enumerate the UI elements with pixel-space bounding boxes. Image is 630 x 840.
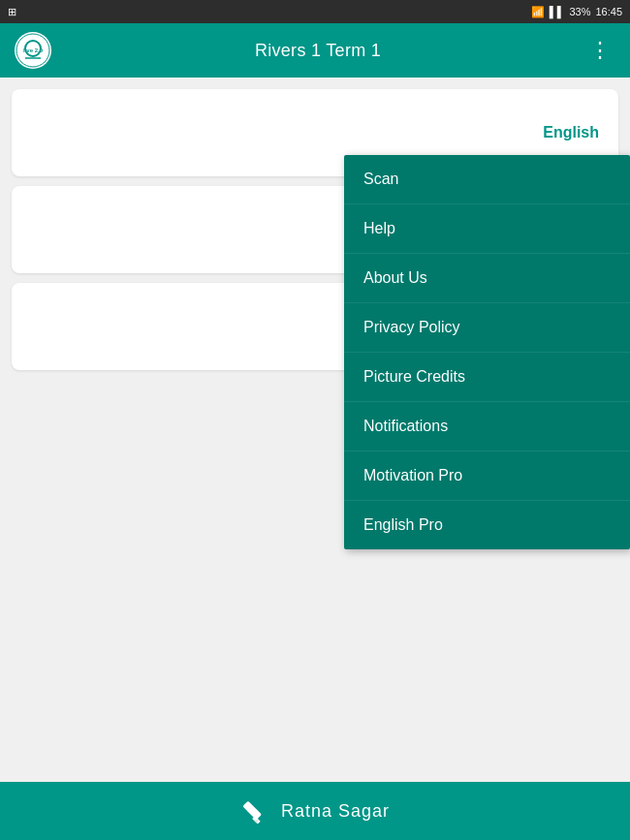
pencil-icon [240, 794, 269, 827]
menu-item-picture-credits[interactable]: Picture Credits [344, 353, 630, 402]
battery-text: 33% [569, 6, 590, 17]
status-bar: ⊞ 📶 ▌▌ 33% 16:45 [0, 0, 630, 23]
menu-item-motivation-pro[interactable]: Motivation Pro [344, 451, 630, 501]
menu-item-help[interactable]: Help [344, 204, 630, 254]
signal-icon: ▌▌ [550, 6, 565, 17]
menu-item-privacy-label: Privacy Policy [363, 319, 460, 336]
app-icon: ⊞ [8, 6, 16, 18]
bottom-bar: Ratna Sagar [0, 782, 630, 840]
menu-item-about[interactable]: About Us [344, 254, 630, 303]
brand-name: Ratna Sagar [281, 801, 390, 822]
menu-item-scan-label: Scan [363, 171, 398, 188]
menu-item-about-label: About Us [363, 269, 427, 287]
menu-item-help-label: Help [363, 220, 395, 237]
time-text: 16:45 [595, 6, 622, 17]
wifi-icon: 📶 [531, 6, 545, 18]
svg-text:live 2.0: live 2.0 [23, 47, 44, 53]
menu-item-notifications-label: Notifications [363, 418, 448, 435]
menu-item-picture-credits-label: Picture Credits [363, 368, 465, 386]
menu-item-english-pro[interactable]: English Pro [344, 501, 630, 549]
status-bar-left: ⊞ [8, 6, 20, 18]
app-bar: live 2.0 Rivers 1 Term 1 ⋮ [0, 23, 630, 78]
dropdown-menu: Scan Help About Us Privacy Policy Pictur… [344, 155, 630, 549]
menu-item-english-pro-label: English Pro [363, 516, 443, 534]
menu-item-privacy[interactable]: Privacy Policy [344, 303, 630, 353]
svg-rect-5 [242, 801, 262, 821]
menu-item-motivation-pro-label: Motivation Pro [363, 467, 462, 484]
card-label-english: English [543, 124, 599, 141]
app-logo[interactable]: live 2.0 [12, 29, 54, 72]
more-options-button[interactable]: ⋮ [582, 36, 618, 65]
main-content: English ENVIRONMENTAL General Kno... Sca… [0, 78, 630, 782]
menu-item-scan[interactable]: Scan [344, 155, 630, 204]
page-title: Rivers 1 Term 1 [54, 41, 582, 61]
status-bar-right: 📶 ▌▌ 33% 16:45 [531, 6, 622, 18]
logo-circle: live 2.0 [15, 32, 51, 69]
menu-item-notifications[interactable]: Notifications [344, 402, 630, 451]
